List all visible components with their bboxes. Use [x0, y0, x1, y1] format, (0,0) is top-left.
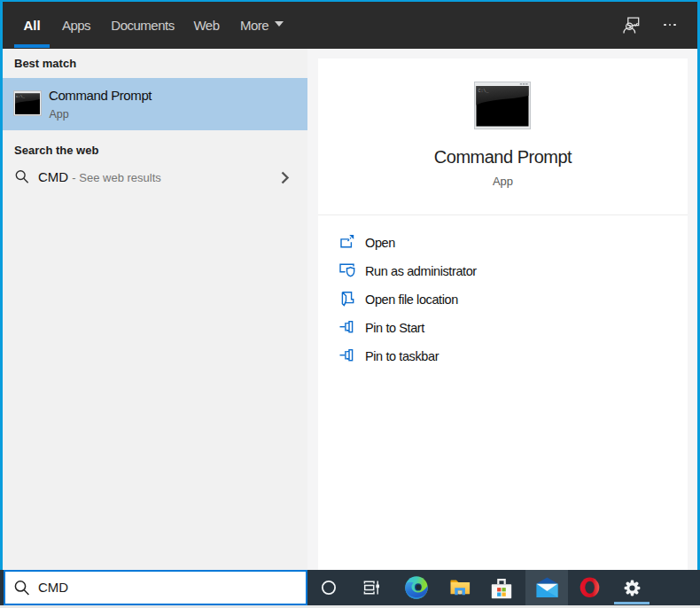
tab-all[interactable]: All [14, 4, 50, 46]
running-indicator [614, 602, 649, 604]
best-match-type: App [50, 108, 69, 121]
results-panel: Best match C:\_ Command Prompt App Searc… [3, 49, 307, 570]
active-tab-underline [14, 44, 50, 48]
chevron-down-icon [275, 21, 284, 27]
windows-search-flyout: All Apps Documents Web More Best match [0, 0, 700, 608]
search-icon [13, 580, 31, 601]
action-run-as-administrator-label: Run as administrator [365, 264, 477, 278]
search-web-section-label: Search the web [14, 144, 98, 157]
tab-apps[interactable]: Apps [58, 4, 94, 46]
command-prompt-icon-large: C:\_ [474, 82, 531, 133]
svg-text:C:\_: C:\_ [478, 89, 490, 94]
file-explorer-button[interactable] [439, 570, 481, 605]
pin-icon [339, 319, 354, 339]
preview-title: Command Prompt [318, 147, 688, 168]
command-prompt-icon: C:\_ [13, 89, 42, 122]
tab-web-label: Web [193, 18, 219, 33]
tab-more-label: More [240, 18, 268, 33]
file-explorer-icon [450, 579, 471, 596]
action-pin-to-taskbar-label: Pin to taskbar [365, 349, 439, 363]
action-open[interactable]: Open [318, 228, 688, 256]
best-match-title: Command Prompt [49, 88, 152, 103]
best-match-result-command-prompt[interactable]: C:\_ Command Prompt App [3, 78, 307, 130]
tab-apps-label: Apps [62, 18, 90, 33]
web-search-hint: - See web results [72, 171, 160, 184]
feedback-icon[interactable] [620, 15, 642, 36]
mail-icon [536, 577, 558, 598]
tab-all-label: All [23, 18, 40, 33]
task-view-icon [363, 580, 380, 596]
web-search-query: CMD [38, 169, 68, 184]
task-view-button[interactable] [350, 570, 393, 605]
preview-type: App [318, 175, 688, 188]
search-input-value: CMD [38, 580, 68, 595]
settings-gear-icon [624, 580, 641, 596]
opera-button[interactable] [568, 570, 611, 605]
action-open-label: Open [365, 236, 395, 250]
more-options-icon[interactable] [664, 21, 681, 28]
cortana-button[interactable] [307, 570, 350, 605]
pin-icon [339, 347, 354, 367]
web-search-result[interactable]: CMD - See web results [3, 160, 307, 195]
microsoft-store-icon [491, 577, 512, 599]
web-search-text: CMD - See web results [38, 169, 161, 184]
action-pin-to-taskbar[interactable]: Pin to taskbar [318, 341, 688, 370]
file-location-icon [339, 291, 354, 310]
admin-shield-icon [339, 262, 355, 282]
action-open-file-location[interactable]: Open file location [318, 285, 688, 313]
preview-card: C:\_ Command Prompt App Open [318, 58, 688, 570]
mail-button[interactable] [525, 570, 568, 605]
action-pin-to-start-label: Pin to Start [365, 321, 424, 335]
tab-web[interactable]: Web [191, 4, 222, 46]
opera-icon [579, 577, 600, 598]
best-match-section-label: Best match [14, 57, 76, 70]
action-open-file-location-label: Open file location [365, 292, 458, 307]
settings-button[interactable] [611, 570, 653, 605]
microsoft-store-button[interactable] [480, 570, 523, 605]
divider [318, 214, 688, 215]
search-icon [14, 169, 30, 189]
action-run-as-administrator[interactable]: Run as administrator [318, 256, 688, 285]
edge-button[interactable] [395, 570, 438, 605]
tab-more[interactable]: More [236, 4, 273, 46]
tab-documents-label: Documents [111, 18, 174, 33]
open-icon [339, 234, 354, 253]
action-pin-to-start[interactable]: Pin to Start [318, 313, 688, 341]
tab-documents[interactable]: Documents [108, 4, 177, 46]
search-header: All Apps Documents Web More [3, 2, 697, 49]
cortana-icon [321, 580, 337, 596]
edge-icon [405, 576, 428, 599]
taskbar-search-box[interactable]: CMD [4, 570, 307, 605]
chevron-right-icon [280, 171, 291, 188]
svg-text:C:\_: C:\_ [16, 95, 26, 98]
